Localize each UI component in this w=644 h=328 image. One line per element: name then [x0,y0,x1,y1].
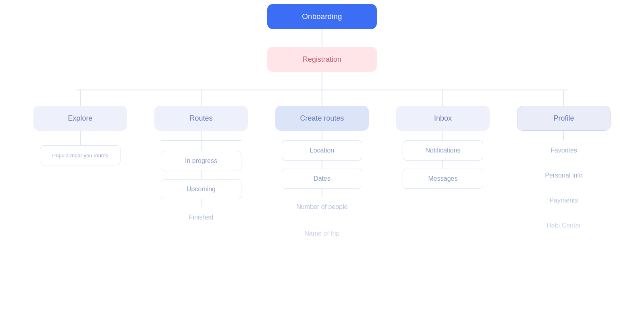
personal-info-label: Personal info [545,172,582,179]
node-messages[interactable]: Messages [403,169,483,189]
upcoming-label: Upcoming [187,186,216,193]
dates-label: Dates [314,175,330,182]
node-onboarding[interactable]: Onboarding [267,4,377,29]
profile-children: Favorites Personal info Payments Help Ce… [524,131,604,236]
v-create-routes [322,90,322,106]
routes-children: In progress Upcoming Finished [161,141,241,228]
v-connector-2 [322,72,322,90]
profile-label: Profile [553,114,574,123]
in-progress-label: In progress [185,157,217,165]
inbox-label: Inbox [434,114,452,123]
node-dates[interactable]: Dates [282,169,362,189]
create-routes-label: Create routes [300,114,344,123]
h-connector-line [76,90,568,90]
v-connector-1 [322,29,322,47]
help-center-label: Help Center [546,222,581,229]
node-registration[interactable]: Registration [267,47,377,72]
v-explore [80,90,81,106]
node-number-of-people[interactable]: Number of people [282,197,362,217]
v-explore-child [80,131,81,145]
branch-create-routes: Create routes Location Dates Number of p… [262,90,382,244]
v-profile [563,90,564,106]
node-upcoming[interactable]: Upcoming [161,179,241,199]
node-popular-near[interactable]: Popular/near you routes [40,145,120,165]
favorites-label: Favorites [551,147,577,154]
node-payments[interactable]: Payments [524,190,604,211]
node-notifications[interactable]: Notifications [403,140,483,161]
node-help-center[interactable]: Help Center [524,215,604,236]
number-of-people-label: Number of people [296,203,347,211]
onboarding-label: Onboarding [302,12,342,21]
node-in-progress[interactable]: In progress [161,151,241,171]
inbox-children: Notifications Messages [403,131,483,189]
node-finished[interactable]: Finished [161,207,241,228]
routes-label: Routes [189,114,212,123]
node-routes[interactable]: Routes [154,106,248,131]
registration-label: Registration [303,55,341,64]
v-routes-child1 [201,131,202,140]
node-personal-info[interactable]: Personal info [524,165,604,186]
v-inbox [442,90,443,106]
branch-routes: Routes In progress Upcoming [141,90,262,228]
node-inbox[interactable]: Inbox [396,106,490,131]
messages-label: Messages [428,175,458,182]
node-favorites[interactable]: Favorites [524,140,604,161]
node-profile[interactable]: Profile [517,106,611,131]
name-of-trip-label: Name of trip [304,230,339,237]
branch-explore: Explore Popular/near you routes [20,90,141,165]
main-layout: Explore Popular/near you routes Routes [0,72,644,244]
top-section: Onboarding Registration [267,4,377,72]
explore-label: Explore [68,114,92,123]
node-location[interactable]: Location [282,140,362,161]
branch-profile: Profile Favorites Personal info Payments [503,90,624,236]
v-routes [201,90,202,106]
location-label: Location [310,147,334,154]
node-create-routes[interactable]: Create routes [275,106,369,131]
popular-near-label: Popular/near you routes [49,153,112,159]
branch-inbox: Inbox Notifications Messages [382,90,503,189]
node-explore[interactable]: Explore [33,106,127,131]
h-routes-children [161,140,241,141]
node-name-of-trip[interactable]: Name of trip [282,224,362,244]
branches-row: Explore Popular/near you routes Routes [20,90,624,244]
payments-label: Payments [549,197,578,204]
finished-label: Finished [189,214,213,221]
notifications-label: Notifications [425,147,460,154]
create-routes-children: Location Dates Number of people Name of … [282,131,362,244]
diagram-container: Onboarding Registration Explore Po [0,0,644,244]
